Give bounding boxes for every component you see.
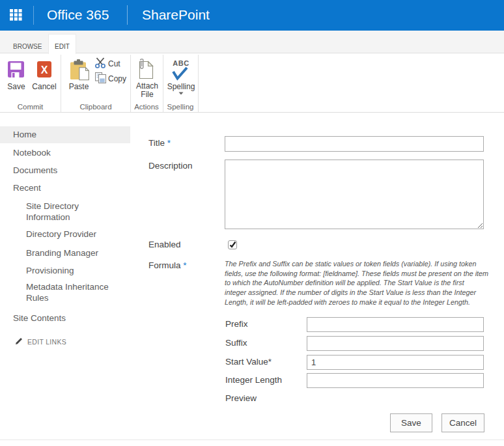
svg-text:X: X bbox=[41, 64, 48, 76]
